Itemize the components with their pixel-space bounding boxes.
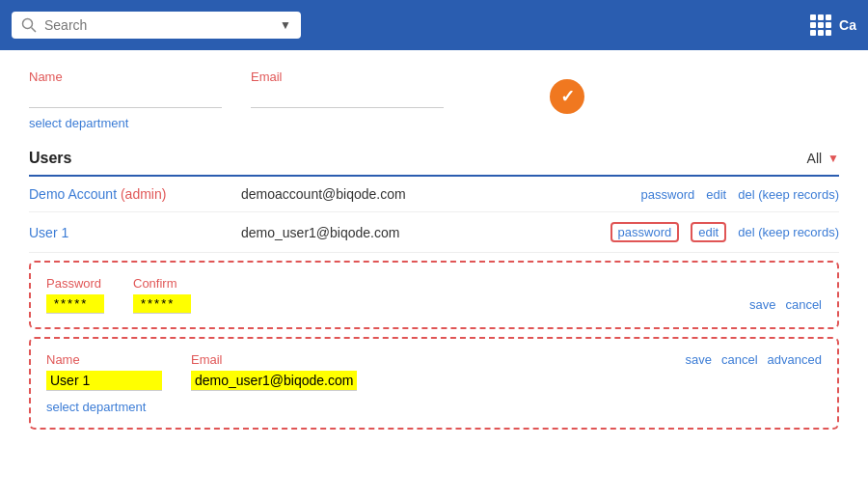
select-department-link[interactable]: select department [29,116,222,130]
edit-email-label: Email [191,352,357,367]
search-icon [21,17,37,33]
password-panel: Password ***** Confirm ***** save cancel [29,261,839,329]
edit-save-button[interactable]: save [686,352,712,367]
user1-actions: password edit del (keep records) [610,222,839,242]
admin-badge: (admin) [121,186,166,202]
edit-select-department-link[interactable]: select department [46,400,146,414]
demo-user-actions: password edit del (keep records) [641,187,839,202]
svg-point-0 [23,19,33,29]
edit-name-value: User 1 [46,371,162,391]
password-panel-actions: save cancel [749,297,822,314]
demo-user-name: Demo Account (admin) [29,186,241,202]
edit-panel-fields: Name User 1 Email demo_user1@biqode.com … [46,352,822,391]
email-input[interactable] [251,88,444,108]
password-cancel-button[interactable]: cancel [785,297,822,312]
search-input[interactable] [44,17,272,33]
confirm-masked-value: ***** [133,294,191,314]
edit-advanced-button[interactable]: advanced [768,352,822,367]
header-ca-label: Ca [839,17,856,33]
user-row-demo: Demo Account (admin) demoaccount@biqode.… [29,177,839,212]
user1-del-link[interactable]: del (keep records) [738,225,839,239]
edit-email-value: demo_user1@biqode.com [191,371,357,391]
edit-name-wrapper: Name User 1 [46,352,162,391]
edit-name-label: Name [46,352,162,367]
users-title: Users [29,150,71,167]
header-right: Ca [810,14,856,36]
grid-icon[interactable] [810,14,831,36]
edit-cancel-button[interactable]: cancel [721,352,758,367]
edit-email-wrapper: Email demo_user1@biqode.com [191,352,357,391]
password-input-wrapper: Password ***** [46,276,104,314]
app-header: ▼ Ca [0,0,868,50]
name-input[interactable] [29,88,222,108]
user1-email: demo_user1@biqode.com [241,225,610,240]
search-dropdown-arrow[interactable]: ▼ [280,18,291,32]
demo-edit-link[interactable]: edit [706,187,726,202]
filter-arrow-icon: ▼ [827,152,839,165]
search-box[interactable]: ▼ [12,12,301,39]
edit-panel-actions: save cancel advanced [686,352,822,369]
filter-dropdown[interactable]: All ▼ [807,151,839,166]
confirm-check-button[interactable] [550,79,584,114]
name-field: Name select department [29,70,222,130]
main-content: Name select department Email Users All ▼… [0,50,868,501]
confirm-panel-label: Confirm [133,276,191,291]
demo-user-email: demoaccount@biqode.com [241,186,641,202]
password-save-button[interactable]: save [749,297,775,312]
password-panel-label: Password [46,276,104,291]
email-label: Email [251,70,444,84]
user1-name: User 1 [29,225,241,240]
user1-edit-link[interactable]: edit [691,222,726,242]
top-form: Name select department Email [29,70,839,130]
confirm-input-wrapper: Confirm ***** [133,276,191,314]
password-panel-fields: Password ***** Confirm ***** save cancel [46,276,822,314]
demo-del-link[interactable]: del (keep records) [738,187,839,202]
password-masked-value: ***** [46,294,104,314]
svg-line-1 [32,28,37,33]
demo-password-link[interactable]: password [641,187,695,202]
user-row-user1: User 1 demo_user1@biqode.com password ed… [29,212,839,253]
users-section-header: Users All ▼ [29,150,839,177]
name-label: Name [29,70,222,84]
user1-password-link[interactable]: password [610,222,680,242]
edit-panel: Name User 1 Email demo_user1@biqode.com … [29,337,839,430]
filter-all-label: All [807,151,823,166]
email-field: Email [251,70,444,108]
